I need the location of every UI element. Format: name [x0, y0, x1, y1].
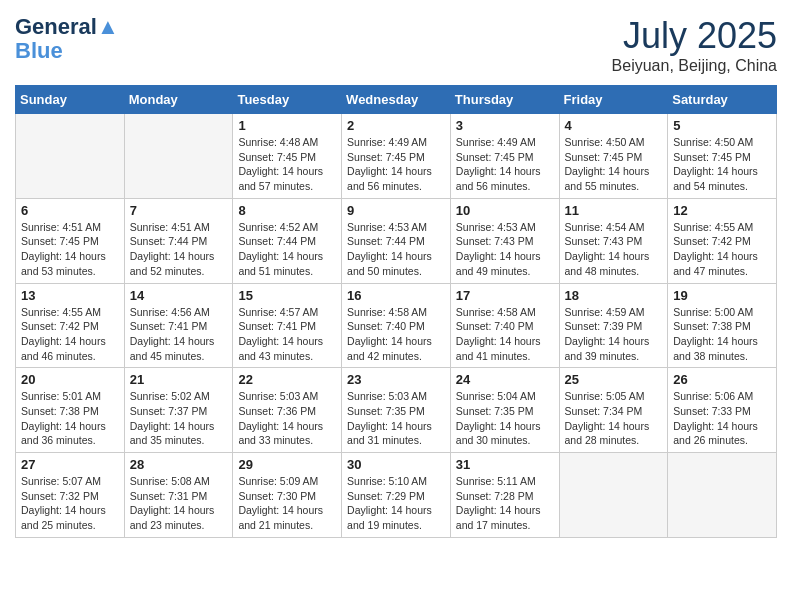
calendar-cell: 7Sunrise: 4:51 AMSunset: 7:44 PMDaylight… — [124, 198, 233, 283]
weekday-header-friday: Friday — [559, 86, 668, 114]
calendar-cell: 11Sunrise: 4:54 AMSunset: 7:43 PMDayligh… — [559, 198, 668, 283]
day-number: 28 — [130, 457, 228, 472]
calendar-cell: 15Sunrise: 4:57 AMSunset: 7:41 PMDayligh… — [233, 283, 342, 368]
calendar-cell: 14Sunrise: 4:56 AMSunset: 7:41 PMDayligh… — [124, 283, 233, 368]
day-info: Sunrise: 4:55 AMSunset: 7:42 PMDaylight:… — [673, 220, 771, 279]
calendar-cell: 26Sunrise: 5:06 AMSunset: 7:33 PMDayligh… — [668, 368, 777, 453]
weekday-header-monday: Monday — [124, 86, 233, 114]
day-number: 25 — [565, 372, 663, 387]
day-info: Sunrise: 5:01 AMSunset: 7:38 PMDaylight:… — [21, 389, 119, 448]
day-number: 29 — [238, 457, 336, 472]
calendar-week-5: 27Sunrise: 5:07 AMSunset: 7:32 PMDayligh… — [16, 453, 777, 538]
day-info: Sunrise: 4:49 AMSunset: 7:45 PMDaylight:… — [347, 135, 445, 194]
day-number: 20 — [21, 372, 119, 387]
day-number: 31 — [456, 457, 554, 472]
calendar-cell: 2Sunrise: 4:49 AMSunset: 7:45 PMDaylight… — [342, 114, 451, 199]
day-number: 10 — [456, 203, 554, 218]
calendar-cell: 16Sunrise: 4:58 AMSunset: 7:40 PMDayligh… — [342, 283, 451, 368]
day-info: Sunrise: 4:54 AMSunset: 7:43 PMDaylight:… — [565, 220, 663, 279]
calendar-table: SundayMondayTuesdayWednesdayThursdayFrid… — [15, 85, 777, 538]
day-number: 15 — [238, 288, 336, 303]
calendar-cell: 8Sunrise: 4:52 AMSunset: 7:44 PMDaylight… — [233, 198, 342, 283]
day-info: Sunrise: 4:58 AMSunset: 7:40 PMDaylight:… — [347, 305, 445, 364]
calendar-cell: 4Sunrise: 4:50 AMSunset: 7:45 PMDaylight… — [559, 114, 668, 199]
title-section: July 2025 Beiyuan, Beijing, China — [612, 15, 777, 75]
calendar-cell — [16, 114, 125, 199]
day-info: Sunrise: 4:51 AMSunset: 7:45 PMDaylight:… — [21, 220, 119, 279]
calendar-cell: 17Sunrise: 4:58 AMSunset: 7:40 PMDayligh… — [450, 283, 559, 368]
day-info: Sunrise: 5:00 AMSunset: 7:38 PMDaylight:… — [673, 305, 771, 364]
day-number: 9 — [347, 203, 445, 218]
weekday-header-thursday: Thursday — [450, 86, 559, 114]
day-info: Sunrise: 5:08 AMSunset: 7:31 PMDaylight:… — [130, 474, 228, 533]
day-info: Sunrise: 4:58 AMSunset: 7:40 PMDaylight:… — [456, 305, 554, 364]
calendar-cell: 30Sunrise: 5:10 AMSunset: 7:29 PMDayligh… — [342, 453, 451, 538]
logo-text: General▲Blue — [15, 15, 119, 63]
day-info: Sunrise: 4:57 AMSunset: 7:41 PMDaylight:… — [238, 305, 336, 364]
calendar-week-3: 13Sunrise: 4:55 AMSunset: 7:42 PMDayligh… — [16, 283, 777, 368]
calendar-cell: 21Sunrise: 5:02 AMSunset: 7:37 PMDayligh… — [124, 368, 233, 453]
day-info: Sunrise: 4:50 AMSunset: 7:45 PMDaylight:… — [565, 135, 663, 194]
day-info: Sunrise: 4:52 AMSunset: 7:44 PMDaylight:… — [238, 220, 336, 279]
day-number: 4 — [565, 118, 663, 133]
page-header: General▲Blue July 2025 Beiyuan, Beijing,… — [15, 15, 777, 75]
calendar-cell: 28Sunrise: 5:08 AMSunset: 7:31 PMDayligh… — [124, 453, 233, 538]
calendar-cell: 20Sunrise: 5:01 AMSunset: 7:38 PMDayligh… — [16, 368, 125, 453]
day-info: Sunrise: 5:07 AMSunset: 7:32 PMDaylight:… — [21, 474, 119, 533]
weekday-header-saturday: Saturday — [668, 86, 777, 114]
day-info: Sunrise: 4:55 AMSunset: 7:42 PMDaylight:… — [21, 305, 119, 364]
weekday-header-row: SundayMondayTuesdayWednesdayThursdayFrid… — [16, 86, 777, 114]
month-title: July 2025 — [612, 15, 777, 57]
day-number: 8 — [238, 203, 336, 218]
weekday-header-sunday: Sunday — [16, 86, 125, 114]
calendar-cell: 6Sunrise: 4:51 AMSunset: 7:45 PMDaylight… — [16, 198, 125, 283]
calendar-cell — [124, 114, 233, 199]
day-number: 21 — [130, 372, 228, 387]
day-number: 26 — [673, 372, 771, 387]
logo: General▲Blue — [15, 15, 119, 63]
day-number: 16 — [347, 288, 445, 303]
day-number: 13 — [21, 288, 119, 303]
calendar-cell: 3Sunrise: 4:49 AMSunset: 7:45 PMDaylight… — [450, 114, 559, 199]
calendar-cell: 12Sunrise: 4:55 AMSunset: 7:42 PMDayligh… — [668, 198, 777, 283]
location-subtitle: Beiyuan, Beijing, China — [612, 57, 777, 75]
calendar-cell: 13Sunrise: 4:55 AMSunset: 7:42 PMDayligh… — [16, 283, 125, 368]
day-number: 22 — [238, 372, 336, 387]
day-info: Sunrise: 5:02 AMSunset: 7:37 PMDaylight:… — [130, 389, 228, 448]
calendar-week-2: 6Sunrise: 4:51 AMSunset: 7:45 PMDaylight… — [16, 198, 777, 283]
day-info: Sunrise: 4:53 AMSunset: 7:43 PMDaylight:… — [456, 220, 554, 279]
day-info: Sunrise: 5:09 AMSunset: 7:30 PMDaylight:… — [238, 474, 336, 533]
day-info: Sunrise: 4:51 AMSunset: 7:44 PMDaylight:… — [130, 220, 228, 279]
day-info: Sunrise: 4:48 AMSunset: 7:45 PMDaylight:… — [238, 135, 336, 194]
calendar-cell: 19Sunrise: 5:00 AMSunset: 7:38 PMDayligh… — [668, 283, 777, 368]
day-number: 7 — [130, 203, 228, 218]
day-info: Sunrise: 5:06 AMSunset: 7:33 PMDaylight:… — [673, 389, 771, 448]
day-info: Sunrise: 5:05 AMSunset: 7:34 PMDaylight:… — [565, 389, 663, 448]
day-number: 14 — [130, 288, 228, 303]
day-info: Sunrise: 5:03 AMSunset: 7:36 PMDaylight:… — [238, 389, 336, 448]
weekday-header-tuesday: Tuesday — [233, 86, 342, 114]
calendar-cell — [668, 453, 777, 538]
day-number: 2 — [347, 118, 445, 133]
day-info: Sunrise: 5:04 AMSunset: 7:35 PMDaylight:… — [456, 389, 554, 448]
calendar-cell: 18Sunrise: 4:59 AMSunset: 7:39 PMDayligh… — [559, 283, 668, 368]
calendar-week-4: 20Sunrise: 5:01 AMSunset: 7:38 PMDayligh… — [16, 368, 777, 453]
day-info: Sunrise: 5:03 AMSunset: 7:35 PMDaylight:… — [347, 389, 445, 448]
day-number: 1 — [238, 118, 336, 133]
day-info: Sunrise: 4:59 AMSunset: 7:39 PMDaylight:… — [565, 305, 663, 364]
calendar-cell — [559, 453, 668, 538]
calendar-cell: 9Sunrise: 4:53 AMSunset: 7:44 PMDaylight… — [342, 198, 451, 283]
calendar-cell: 23Sunrise: 5:03 AMSunset: 7:35 PMDayligh… — [342, 368, 451, 453]
day-number: 6 — [21, 203, 119, 218]
day-number: 12 — [673, 203, 771, 218]
day-number: 24 — [456, 372, 554, 387]
day-info: Sunrise: 5:11 AMSunset: 7:28 PMDaylight:… — [456, 474, 554, 533]
calendar-cell: 25Sunrise: 5:05 AMSunset: 7:34 PMDayligh… — [559, 368, 668, 453]
day-info: Sunrise: 5:10 AMSunset: 7:29 PMDaylight:… — [347, 474, 445, 533]
calendar-week-1: 1Sunrise: 4:48 AMSunset: 7:45 PMDaylight… — [16, 114, 777, 199]
day-number: 27 — [21, 457, 119, 472]
day-number: 18 — [565, 288, 663, 303]
day-number: 3 — [456, 118, 554, 133]
day-number: 30 — [347, 457, 445, 472]
day-number: 23 — [347, 372, 445, 387]
